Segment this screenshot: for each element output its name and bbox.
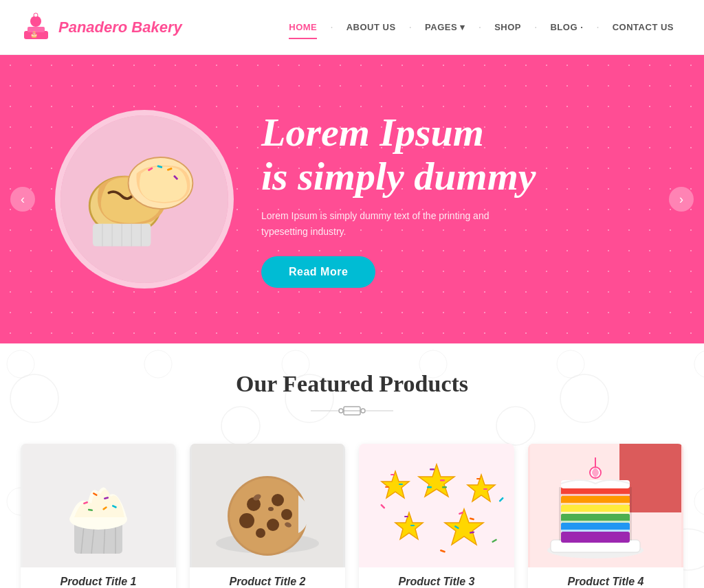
hero-next-button[interactable]: › xyxy=(669,187,694,212)
svg-rect-65 xyxy=(483,488,487,490)
svg-rect-67 xyxy=(404,516,408,517)
site-name: Panadero Bakery xyxy=(58,19,182,36)
svg-point-49 xyxy=(256,528,265,538)
hero-cta-button[interactable]: Read More xyxy=(261,256,375,288)
svg-rect-91 xyxy=(561,503,630,505)
cookies-sprinkle-svg xyxy=(361,444,512,567)
hero-content: Lorem Ipsum is simply dummy Lorem Ipsum … xyxy=(0,110,704,289)
hero-title: Lorem Ipsum is simply dummy xyxy=(261,111,649,199)
nav-sep-4: · xyxy=(534,21,537,34)
svg-point-4 xyxy=(34,13,38,17)
svg-rect-82 xyxy=(561,532,630,543)
svg-point-25 xyxy=(339,409,343,413)
site-header: 🎂 Panadero Bakery HOME · ABOUT US · PAGE… xyxy=(0,0,704,55)
svg-rect-59 xyxy=(430,468,434,471)
product-title-2: Product Title 2 xyxy=(190,576,345,588)
cookie-svg xyxy=(192,444,343,567)
svg-rect-90 xyxy=(561,512,630,514)
svg-point-26 xyxy=(361,409,365,413)
svg-rect-53 xyxy=(361,444,512,567)
hero-donut-svg xyxy=(60,115,228,283)
nav-sep-5: · xyxy=(596,21,599,34)
product-image-4 xyxy=(528,444,683,567)
svg-rect-88 xyxy=(561,530,630,532)
section-divider xyxy=(21,403,683,423)
svg-point-47 xyxy=(267,519,279,531)
divider-icon xyxy=(311,403,393,419)
svg-rect-68 xyxy=(410,525,415,526)
hero-section: ‹ xyxy=(0,55,704,343)
product-card-4: Product Title 4 $49.00 Order Now xyxy=(528,444,683,588)
rainbow-cake-svg xyxy=(530,444,681,567)
svg-rect-55 xyxy=(390,474,395,475)
logo[interactable]: 🎂 Panadero Bakery xyxy=(21,12,182,43)
product-title-1: Product Title 1 xyxy=(21,576,176,588)
svg-rect-97 xyxy=(630,487,632,541)
nav-blog[interactable]: BLOG · xyxy=(540,16,593,38)
section-title: Our Featured Products xyxy=(21,371,683,397)
nav-about[interactable]: ABOUT US xyxy=(337,16,406,38)
hero-product-image xyxy=(55,110,234,289)
nav-home[interactable]: HOME xyxy=(279,16,327,38)
bakery-logo-icon: 🎂 xyxy=(21,12,52,43)
svg-rect-57 xyxy=(385,486,389,488)
product-title-4: Product Title 4 xyxy=(528,576,683,588)
svg-rect-64 xyxy=(476,478,481,479)
nav-sep-1: · xyxy=(330,21,333,34)
product-title-3: Product Title 3 xyxy=(359,576,514,588)
svg-point-52 xyxy=(268,507,274,511)
nav-sep-2: · xyxy=(409,21,412,34)
svg-rect-61 xyxy=(427,486,432,488)
svg-point-43 xyxy=(230,478,305,554)
product-image-1 xyxy=(21,444,176,567)
nav-pages[interactable]: PAGES ▾ xyxy=(415,16,475,38)
svg-rect-96 xyxy=(559,487,561,541)
products-grid: Product Title 1 $49.00 Order Now xyxy=(21,444,683,588)
svg-point-48 xyxy=(281,509,292,520)
product-image-2 xyxy=(190,444,345,567)
svg-rect-89 xyxy=(561,521,630,523)
nav-shop[interactable]: SHOP xyxy=(485,16,531,38)
nav-sep-3: · xyxy=(478,21,481,34)
svg-point-46 xyxy=(239,513,254,528)
cupcake-svg xyxy=(23,444,174,567)
nav-contact[interactable]: CONTACT US xyxy=(603,16,683,38)
hero-text-area: Lorem Ipsum is simply dummy Lorem Ipsum … xyxy=(261,111,649,288)
hero-prev-button[interactable]: ‹ xyxy=(10,187,35,212)
svg-text:🎂: 🎂 xyxy=(30,30,38,38)
featured-section: Our Featured Products xyxy=(0,343,704,588)
svg-rect-56 xyxy=(399,484,403,485)
svg-point-45 xyxy=(272,494,284,506)
hero-subtitle: Lorem Ipsum is simply dummy text of the … xyxy=(261,208,522,239)
product-card-2: Product Title 2 $49.00 Order Now xyxy=(190,444,345,588)
svg-rect-62 xyxy=(442,486,447,488)
main-nav: HOME · ABOUT US · PAGES ▾ · SHOP · BLOG … xyxy=(279,16,683,38)
svg-rect-60 xyxy=(440,479,445,482)
product-image-3 xyxy=(359,444,514,567)
product-card-3: Product Title 3 $49.00 Order Now xyxy=(359,444,514,588)
svg-rect-92 xyxy=(561,494,630,496)
product-card-1: Product Title 1 $49.00 Order Now xyxy=(21,444,176,588)
